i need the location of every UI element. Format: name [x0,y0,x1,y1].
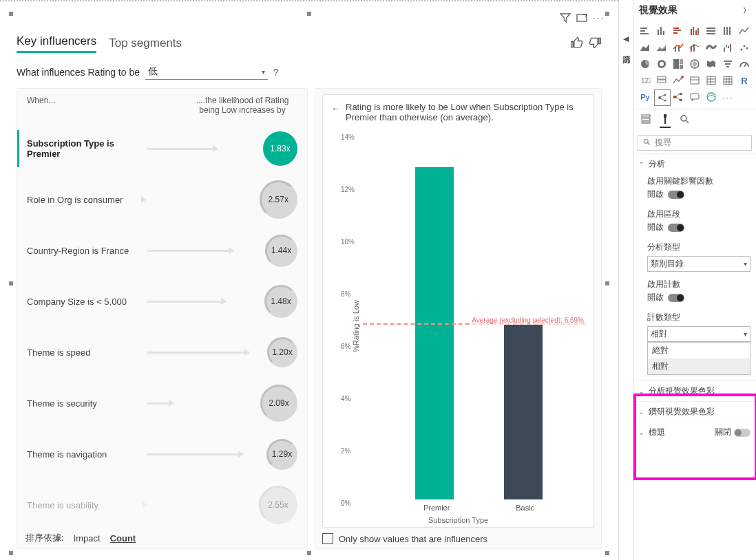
funnel-icon[interactable] [720,56,735,72]
py-visual-icon[interactable]: Py [638,89,653,105]
r-visual-icon[interactable]: R [737,73,752,88]
enable-seg-toggle[interactable] [668,224,684,232]
decomposition-tree-icon[interactable] [671,89,686,105]
line-icon[interactable] [737,23,752,39]
clustered-column-icon[interactable] [687,23,702,39]
slicer-icon[interactable] [687,73,702,88]
combo2-icon[interactable] [687,40,702,55]
key-influencers-icon[interactable] [654,89,671,106]
svg-rect-4 [658,30,659,35]
svg-rect-5 [660,27,662,35]
chevron-right-icon[interactable]: 〉 [743,6,750,16]
influencer-row[interactable]: Role in Org is consumer2.57x [27,174,297,225]
section-analysis[interactable]: ⌃ 分析 [633,153,756,174]
influencer-row[interactable]: Company Size is < 5,0001.48x [27,276,297,327]
influencer-row[interactable]: Theme is navigation1.29x [27,429,297,480]
stacked-column-icon[interactable] [654,23,669,39]
influencer-row[interactable]: Theme is security2.09x [27,378,297,429]
more-visuals-icon[interactable]: ··· [720,89,735,105]
gauge-icon[interactable] [737,56,752,72]
svg-point-30 [746,47,748,50]
count-type-option-absolute[interactable]: 絕對 [648,343,750,358]
sort-count[interactable]: Count [110,533,136,543]
combo-icon[interactable] [671,40,686,55]
multirow-card-icon[interactable] [654,73,669,88]
arcgis-icon[interactable] [704,89,719,105]
svg-rect-46 [691,77,699,84]
waterfall-icon[interactable] [720,40,735,55]
influencer-label: Subscription Type is Premier [27,138,147,159]
svg-rect-39 [725,63,731,65]
svg-rect-62 [673,96,676,98]
thumbs-down-icon[interactable] [588,36,602,53]
section-analysis-colors[interactable]: ⌄ 分析視覺效果色彩 [633,380,756,401]
influencer-bubble[interactable]: 1.20x [267,337,297,367]
svg-rect-71 [642,122,650,123]
count-type-select[interactable]: 相對 ▾ [647,326,750,342]
visual-frame[interactable]: ··· Key influencers Top segments [11,14,607,553]
count-type-option-relative[interactable]: 相對 [648,358,750,374]
100-stacked-bar-icon[interactable] [704,23,719,39]
qna-icon[interactable] [687,89,702,105]
back-arrow-icon[interactable]: ← [331,103,340,114]
donut-icon[interactable] [654,56,669,72]
scatter-icon[interactable] [737,40,752,55]
tab-key-influencers[interactable]: Key influencers [17,34,96,53]
influencer-row[interactable]: Subscription Type is Premier1.83x [27,123,297,174]
thumbs-up-icon[interactable] [570,36,584,53]
influencer-bubble[interactable]: 2.55x [259,486,297,524]
influencer-row[interactable]: Country-Region is France1.44x [27,225,297,276]
sort-impact[interactable]: Impact [74,533,101,543]
influencer-bubble[interactable]: 1.29x [266,439,297,470]
100-stacked-column-icon[interactable] [720,23,735,39]
stacked-area-icon[interactable] [654,40,669,55]
influence-value-dropdown[interactable]: 低 ▾ [145,64,268,80]
influencer-row[interactable]: Theme is usability2.55x [27,480,297,530]
svg-line-75 [686,120,689,123]
chevron-left-icon[interactable]: ◀ [623,34,629,43]
area-icon[interactable] [638,40,653,55]
matrix-icon[interactable] [720,73,735,88]
map-icon[interactable] [687,56,702,72]
fields-tab-icon[interactable] [640,114,651,128]
help-icon[interactable]: ? [273,67,279,78]
influencer-bubble[interactable]: 1.44x [265,235,297,267]
table-icon[interactable] [704,73,719,88]
section-drill-colors[interactable]: ⌄ 鑽研視覺效果色彩 [633,401,756,422]
only-influencers-checkbox[interactable] [322,533,333,544]
focus-mode-icon[interactable] [576,12,587,25]
influencer-row[interactable]: Theme is speed1.20x [27,327,297,378]
treemap-icon[interactable] [671,56,686,72]
x-category-label: Basic [516,504,534,512]
stacked-bar-icon[interactable] [638,23,653,39]
analysis-type-select[interactable]: 類別目錄 ▾ [647,256,750,272]
card-icon[interactable]: 123 [638,73,653,88]
filter-icon[interactable] [560,12,571,25]
analytics-tab-icon[interactable] [679,114,690,128]
y-axis-label: %Rating is Low [352,300,360,352]
influencer-bubble[interactable]: 2.09x [260,385,297,422]
svg-rect-2 [640,30,645,32]
influencer-bubble[interactable]: 1.83x [263,131,297,166]
enable-ki-toggle[interactable] [668,191,684,199]
section-title[interactable]: ⌄ 標題 關閉 [633,422,756,442]
influencer-bubble[interactable]: 2.57x [260,180,297,219]
title-toggle[interactable] [734,429,750,437]
clustered-bar-icon[interactable] [671,23,686,39]
more-options-icon[interactable]: ··· [593,12,605,25]
kpi-icon[interactable] [671,73,686,88]
format-search-input[interactable]: 搜尋 [638,135,752,151]
chart-bar[interactable] [415,167,454,499]
influencer-bubble[interactable]: 1.48x [264,285,297,318]
question-prefix: What influences Rating to be [17,67,140,78]
tab-top-segments[interactable]: Top segments [109,36,182,53]
visualizations-title: 視覺效果 [639,4,678,17]
format-tab-icon[interactable] [660,114,671,128]
pie-icon[interactable] [638,56,653,72]
chart-bar[interactable] [504,325,543,499]
svg-line-60 [660,95,664,97]
enable-count-toggle[interactable] [668,294,684,302]
filters-pane-collapsed[interactable]: ◀ 篩選 [618,0,633,560]
ribbon-icon[interactable] [704,40,719,55]
filled-map-icon[interactable] [704,56,719,72]
